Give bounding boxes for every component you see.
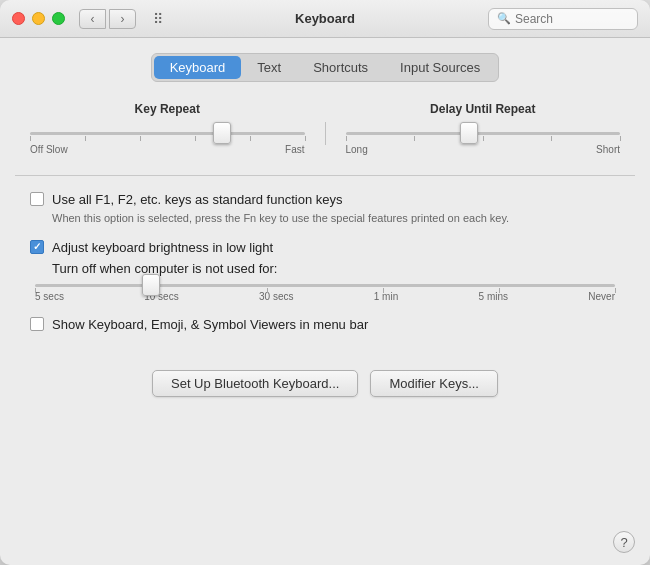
delay-repeat-sublabels: Long Short: [346, 144, 621, 155]
delay-repeat-max: Short: [596, 144, 620, 155]
show-viewers-label: Show Keyboard, Emoji, & Symbol Viewers i…: [52, 316, 368, 334]
brightness-label: Adjust keyboard brightness in low light: [52, 239, 273, 257]
titlebar: ‹ › ⠿ Keyboard 🔍: [0, 0, 650, 38]
window-title: Keyboard: [295, 11, 355, 26]
back-button[interactable]: ‹: [79, 9, 106, 29]
delay-repeat-min: Long: [346, 144, 368, 155]
brightness-slider-wrap: 5 secs 10 secs 30 secs 1 min 5 mins Neve…: [20, 284, 630, 302]
key-repeat-sublabels: Off Slow Fast: [30, 144, 305, 155]
brightness-tick-3: 1 min: [374, 291, 398, 302]
help-button[interactable]: ?: [613, 531, 635, 553]
brightness-sublabels: 5 secs 10 secs 30 secs 1 min 5 mins Neve…: [35, 291, 615, 302]
tab-shortcuts[interactable]: Shortcuts: [297, 56, 384, 79]
close-button[interactable]: [12, 12, 25, 25]
search-input[interactable]: [515, 12, 629, 26]
key-repeat-group: Key Repeat: [30, 102, 305, 155]
brightness-tick-4: 5 mins: [479, 291, 508, 302]
maximize-button[interactable]: [52, 12, 65, 25]
fn-keys-main-label: Use all F1, F2, etc. keys as standard fu…: [52, 191, 509, 209]
fn-keys-checkbox[interactable]: [30, 192, 44, 206]
fn-keys-sub-label: When this option is selected, press the …: [52, 211, 509, 226]
minimize-button[interactable]: [32, 12, 45, 25]
divider-1: [15, 175, 635, 176]
key-repeat-track: [30, 132, 305, 135]
keyboard-window: ‹ › ⠿ Keyboard 🔍 Keyboard Text Shortcuts…: [0, 0, 650, 565]
brightness-checkbox-row: Adjust keyboard brightness in low light: [20, 239, 630, 257]
fn-keys-text: Use all F1, F2, etc. keys as standard fu…: [52, 191, 509, 227]
tab-text[interactable]: Text: [241, 56, 297, 79]
sliders-row: Key Repeat: [20, 102, 630, 155]
key-repeat-thumb[interactable]: [213, 122, 231, 144]
tabs-container: Keyboard Text Shortcuts Input Sources: [151, 53, 500, 82]
forward-button[interactable]: ›: [109, 9, 136, 29]
brightness-track: [35, 284, 615, 287]
key-repeat-track-wrap: [30, 124, 305, 142]
delay-repeat-thumb[interactable]: [460, 122, 478, 144]
search-icon: 🔍: [497, 12, 511, 25]
grid-button[interactable]: ⠿: [144, 9, 171, 29]
key-repeat-label: Key Repeat: [135, 102, 200, 116]
key-repeat-max: Fast: [285, 144, 304, 155]
buttons-row: Set Up Bluetooth Keyboard... Modifier Ke…: [20, 370, 630, 397]
bluetooth-keyboard-button[interactable]: Set Up Bluetooth Keyboard...: [152, 370, 358, 397]
modifier-keys-button[interactable]: Modifier Keys...: [370, 370, 498, 397]
brightness-tick-5: Never: [588, 291, 615, 302]
show-viewers-checkbox[interactable]: [30, 317, 44, 331]
delay-repeat-label: Delay Until Repeat: [430, 102, 535, 116]
brightness-tick-0: 5 secs: [35, 291, 64, 302]
delay-repeat-group: Delay Until Repeat Long Sho: [346, 102, 621, 155]
brightness-checkbox[interactable]: [30, 240, 44, 254]
main-content: Keyboard Text Shortcuts Input Sources Ke…: [0, 38, 650, 565]
tab-keyboard[interactable]: Keyboard: [154, 56, 242, 79]
delay-repeat-track-wrap: [346, 124, 621, 142]
brightness-tick-2: 30 secs: [259, 291, 293, 302]
search-box[interactable]: 🔍: [488, 8, 638, 30]
brightness-checkbox-text: Adjust keyboard brightness in low light: [52, 239, 273, 257]
tab-input-sources[interactable]: Input Sources: [384, 56, 496, 79]
turn-off-label: Turn off when computer is not used for:: [52, 261, 630, 276]
tab-bar: Keyboard Text Shortcuts Input Sources: [20, 53, 630, 82]
key-repeat-min: Off Slow: [30, 144, 68, 155]
brightness-thumb[interactable]: [142, 274, 160, 296]
delay-repeat-track: [346, 132, 621, 135]
show-viewers-row: Show Keyboard, Emoji, & Symbol Viewers i…: [20, 316, 630, 334]
show-viewers-text: Show Keyboard, Emoji, & Symbol Viewers i…: [52, 316, 368, 334]
fn-keys-row: Use all F1, F2, etc. keys as standard fu…: [20, 191, 630, 227]
nav-buttons: ‹ ›: [79, 9, 136, 29]
traffic-lights: [12, 12, 65, 25]
window-content: Keyboard Text Shortcuts Input Sources Ke…: [0, 38, 650, 565]
